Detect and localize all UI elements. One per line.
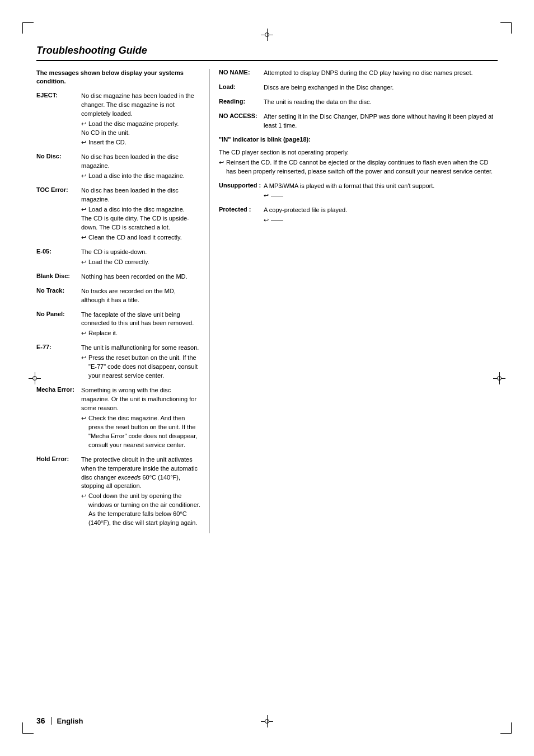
error-entry-load: Load: Discs are being exchanged in the D… [219, 83, 498, 92]
error-label-protected: Protected : [219, 206, 264, 213]
footer-language: English [57, 717, 83, 725]
error-desc-blank-disc: Nothing has been recorded on the MD. [81, 273, 200, 281]
error-label-load: Load: [219, 83, 264, 90]
error-entry-in-indicator: "IN" indicator is blink (page18): [219, 136, 498, 143]
page-title: Troubleshooting Guide [36, 45, 498, 61]
error-label-no-panel: No Panel: [36, 311, 81, 317]
error-entry-eject: EJECT: No disc magazine has been loaded … [36, 92, 200, 148]
error-label-hold-error: Hold Error: [36, 456, 81, 462]
error-entry-reading: Reading: The unit is reading the data on… [219, 98, 498, 107]
error-desc-mecha-error: Something is wrong with the disc magazin… [81, 386, 200, 450]
error-entry-no-track: No Track: No tracks are recorded on the … [36, 287, 200, 305]
error-label-no-track: No Track: [36, 287, 81, 294]
page-footer: 36 English [36, 716, 83, 725]
error-desc-reading: The unit is reading the data on the disc… [264, 98, 498, 107]
corner-mark-bl [22, 722, 34, 734]
error-desc-no-disc: No disc has been loaded in the disc maga… [81, 153, 200, 181]
error-label-e77: E-77: [36, 344, 81, 350]
error-label-no-name: NO NAME: [219, 69, 264, 76]
error-entry-hold-error: Hold Error: The protective circuit in th… [36, 456, 200, 528]
error-desc-load: Discs are being exchanged in the Disc ch… [264, 83, 498, 92]
error-label-in-indicator: "IN" indicator is blink (page18): [219, 136, 331, 143]
left-column: The messages shown below display your sy… [36, 69, 210, 533]
error-entry-blank-disc: Blank Disc: Nothing has been recorded on… [36, 273, 200, 281]
error-desc-unsupported: A MP3/WMA is played with a format that t… [264, 182, 498, 201]
error-entry-e05: E-05: The CD is upside-down. ↩Load the C… [36, 248, 200, 267]
corner-mark-br [500, 722, 512, 734]
error-label-eject: EJECT: [36, 92, 81, 98]
error-desc-no-name: Attempted to display DNPS during the CD … [264, 69, 498, 78]
error-entry-no-disc: No Disc: No disc has been loaded in the … [36, 153, 200, 181]
error-desc-hold-error: The protective circuit in the unit activ… [81, 456, 200, 528]
error-desc-e05: The CD is upside-down. ↩Load the CD corr… [81, 248, 200, 267]
error-desc-protected: A copy-protected file is played. ↩—— [264, 206, 498, 225]
error-label-no-disc: No Disc: [36, 153, 81, 159]
error-label-reading: Reading: [219, 98, 264, 105]
error-desc-no-panel: The faceplate of the slave unit being co… [81, 311, 200, 339]
page-number: 36 [36, 716, 45, 725]
error-label-toc-error: TOC Error: [36, 186, 81, 193]
error-label-unsupported: Unsupported : [219, 182, 264, 189]
error-entry-no-name: NO NAME: Attempted to display DNPS durin… [219, 69, 498, 78]
section-intro: The messages shown below display your sy… [36, 69, 200, 86]
error-entry-no-access: NO ACCESS: After setting it in the Disc … [219, 112, 498, 130]
error-entry-toc-error: TOC Error: No disc has been loaded in th… [36, 186, 200, 242]
crosshair-top [261, 29, 273, 41]
error-desc-no-track: No tracks are recorded on the MD, althou… [81, 287, 200, 305]
in-indicator-detail: The CD player section is not operating p… [219, 148, 498, 176]
content-area: Troubleshooting Guide The messages shown… [36, 45, 498, 711]
page: Troubleshooting Guide The messages shown… [0, 0, 534, 756]
error-entry-e77: E-77: The unit is malfunctioning for som… [36, 344, 200, 381]
corner-mark-tr [500, 22, 512, 34]
error-entry-mecha-error: Mecha Error: Something is wrong with the… [36, 386, 200, 450]
error-desc-eject: No disc magazine has been loaded in the … [81, 92, 200, 148]
main-layout: The messages shown below display your sy… [36, 69, 498, 533]
right-column: NO NAME: Attempted to display DNPS durin… [210, 69, 498, 231]
error-label-e05: E-05: [36, 248, 81, 255]
error-desc-no-access: After setting it in the Disc Changer, DN… [264, 112, 498, 130]
error-desc-e77: The unit is malfunctioning for some reas… [81, 344, 200, 381]
error-entry-protected: Protected : A copy-protected file is pla… [219, 206, 498, 225]
error-label-no-access: NO ACCESS: [219, 112, 264, 119]
footer-separator [51, 717, 51, 725]
crosshair-bottom [261, 715, 273, 727]
error-label-mecha-error: Mecha Error: [36, 386, 81, 393]
error-entry-no-panel: No Panel: The faceplate of the slave uni… [36, 311, 200, 339]
error-entry-unsupported: Unsupported : A MP3/WMA is played with a… [219, 182, 498, 201]
corner-mark-tl [22, 22, 34, 34]
error-label-blank-disc: Blank Disc: [36, 273, 81, 279]
error-desc-toc-error: No disc has been loaded in the disc maga… [81, 186, 200, 242]
